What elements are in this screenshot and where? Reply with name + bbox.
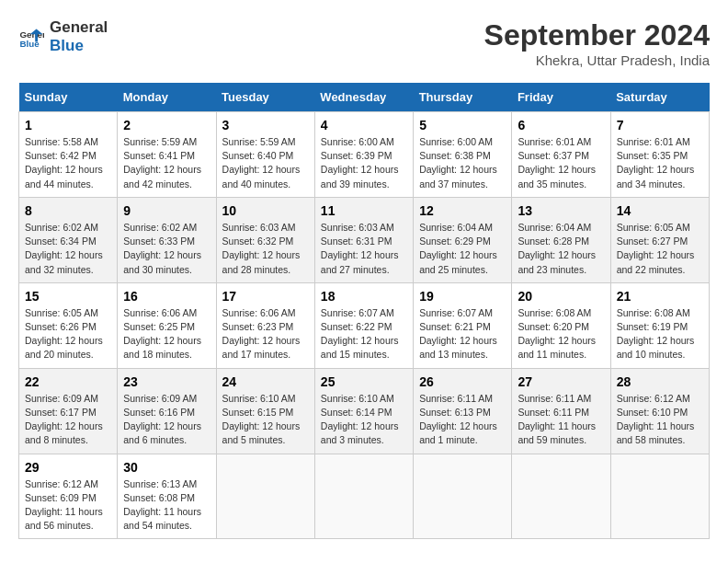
calendar-cell: 17Sunrise: 6:06 AMSunset: 6:23 PMDayligh… xyxy=(216,282,314,368)
col-header-friday: Friday xyxy=(512,83,610,112)
day-number: 7 xyxy=(617,118,703,132)
logo-icon: General Blue xyxy=(18,24,44,50)
day-number: 20 xyxy=(518,289,604,304)
calendar-cell: 28Sunrise: 6:12 AMSunset: 6:10 PMDayligh… xyxy=(610,368,709,454)
calendar-cell: 3Sunrise: 5:59 AMSunset: 6:40 PMDaylight… xyxy=(216,112,314,198)
day-number: 17 xyxy=(222,289,309,304)
day-number: 16 xyxy=(123,289,210,304)
calendar-cell: 16Sunrise: 6:06 AMSunset: 6:25 PMDayligh… xyxy=(118,282,216,368)
calendar-cell: 24Sunrise: 6:10 AMSunset: 6:15 PMDayligh… xyxy=(216,368,314,454)
day-number: 15 xyxy=(25,289,111,304)
calendar-cell: 10Sunrise: 6:03 AMSunset: 6:32 PMDayligh… xyxy=(216,197,314,282)
day-number: 14 xyxy=(617,203,703,218)
calendar-cell: 6Sunrise: 6:01 AMSunset: 6:37 PMDaylight… xyxy=(512,112,610,198)
calendar-cell: 19Sunrise: 6:07 AMSunset: 6:21 PMDayligh… xyxy=(414,282,512,368)
day-info: Sunrise: 6:10 AMSunset: 6:14 PMDaylight:… xyxy=(321,392,407,448)
day-info: Sunrise: 6:03 AMSunset: 6:31 PMDaylight:… xyxy=(321,221,407,277)
day-number: 28 xyxy=(617,374,703,389)
day-info: Sunrise: 6:12 AMSunset: 6:10 PMDaylight:… xyxy=(617,392,703,448)
calendar-table: SundayMondayTuesdayWednesdayThursdayFrid… xyxy=(18,83,710,539)
calendar-cell: 20Sunrise: 6:08 AMSunset: 6:20 PMDayligh… xyxy=(512,282,610,368)
day-number: 10 xyxy=(222,203,309,218)
day-info: Sunrise: 6:10 AMSunset: 6:15 PMDaylight:… xyxy=(222,392,309,448)
calendar-cell: 23Sunrise: 6:09 AMSunset: 6:16 PMDayligh… xyxy=(118,368,216,454)
calendar-cell: 8Sunrise: 6:02 AMSunset: 6:34 PMDaylight… xyxy=(19,197,118,282)
day-info: Sunrise: 6:02 AMSunset: 6:34 PMDaylight:… xyxy=(25,221,111,277)
logo-blue: Blue xyxy=(50,37,108,55)
calendar-cell: 12Sunrise: 6:04 AMSunset: 6:29 PMDayligh… xyxy=(414,197,512,282)
calendar-cell: 26Sunrise: 6:11 AMSunset: 6:13 PMDayligh… xyxy=(414,368,512,454)
location-label: Khekra, Uttar Pradesh, India xyxy=(484,52,710,68)
calendar-cell: 11Sunrise: 6:03 AMSunset: 6:31 PMDayligh… xyxy=(314,197,413,282)
day-info: Sunrise: 6:00 AMSunset: 6:38 PMDaylight:… xyxy=(419,135,506,191)
day-number: 27 xyxy=(518,374,604,389)
day-number: 26 xyxy=(419,374,506,389)
day-info: Sunrise: 6:09 AMSunset: 6:16 PMDaylight:… xyxy=(123,392,210,448)
day-number: 2 xyxy=(123,118,210,132)
calendar-cell xyxy=(314,454,413,539)
day-info: Sunrise: 6:06 AMSunset: 6:25 PMDaylight:… xyxy=(123,306,210,362)
day-number: 23 xyxy=(123,374,210,389)
page-header: General Blue General Blue September 2024… xyxy=(18,18,710,68)
calendar-cell: 21Sunrise: 6:08 AMSunset: 6:19 PMDayligh… xyxy=(610,282,709,368)
day-number: 19 xyxy=(419,289,506,304)
col-header-wednesday: Wednesday xyxy=(314,83,413,112)
calendar-cell xyxy=(414,454,512,539)
calendar-cell: 9Sunrise: 6:02 AMSunset: 6:33 PMDaylight… xyxy=(118,197,216,282)
day-info: Sunrise: 6:07 AMSunset: 6:21 PMDaylight:… xyxy=(419,306,506,362)
calendar-cell: 18Sunrise: 6:07 AMSunset: 6:22 PMDayligh… xyxy=(314,282,413,368)
day-number: 30 xyxy=(123,460,210,475)
day-number: 5 xyxy=(419,118,506,132)
logo-general: General xyxy=(50,18,108,37)
day-info: Sunrise: 6:09 AMSunset: 6:17 PMDaylight:… xyxy=(25,392,111,448)
day-number: 1 xyxy=(25,118,111,132)
day-info: Sunrise: 6:01 AMSunset: 6:35 PMDaylight:… xyxy=(617,135,703,191)
calendar-cell xyxy=(610,454,709,539)
day-info: Sunrise: 6:03 AMSunset: 6:32 PMDaylight:… xyxy=(222,221,309,277)
day-number: 25 xyxy=(321,374,407,389)
day-info: Sunrise: 6:08 AMSunset: 6:20 PMDaylight:… xyxy=(518,306,604,362)
day-info: Sunrise: 6:04 AMSunset: 6:28 PMDaylight:… xyxy=(518,221,604,277)
calendar-cell: 5Sunrise: 6:00 AMSunset: 6:38 PMDaylight… xyxy=(414,112,512,198)
calendar-cell xyxy=(512,454,610,539)
calendar-cell: 7Sunrise: 6:01 AMSunset: 6:35 PMDaylight… xyxy=(610,112,709,198)
col-header-monday: Monday xyxy=(118,83,216,112)
day-info: Sunrise: 6:05 AMSunset: 6:26 PMDaylight:… xyxy=(25,306,111,362)
day-number: 8 xyxy=(25,203,111,218)
logo: General Blue General Blue xyxy=(18,18,108,56)
day-number: 9 xyxy=(123,203,210,218)
day-info: Sunrise: 5:59 AMSunset: 6:41 PMDaylight:… xyxy=(123,135,210,191)
month-year-title: September 2024 xyxy=(484,18,710,52)
day-info: Sunrise: 6:11 AMSunset: 6:13 PMDaylight:… xyxy=(419,392,506,448)
day-info: Sunrise: 6:11 AMSunset: 6:11 PMDaylight:… xyxy=(518,392,604,448)
day-info: Sunrise: 6:02 AMSunset: 6:33 PMDaylight:… xyxy=(123,221,210,277)
calendar-cell xyxy=(216,454,314,539)
calendar-cell: 29Sunrise: 6:12 AMSunset: 6:09 PMDayligh… xyxy=(19,454,118,539)
calendar-cell: 2Sunrise: 5:59 AMSunset: 6:41 PMDaylight… xyxy=(118,112,216,198)
day-info: Sunrise: 6:05 AMSunset: 6:27 PMDaylight:… xyxy=(617,221,703,277)
day-number: 18 xyxy=(321,289,407,304)
col-header-thursday: Thursday xyxy=(414,83,512,112)
day-number: 21 xyxy=(617,289,703,304)
col-header-tuesday: Tuesday xyxy=(216,83,314,112)
day-info: Sunrise: 6:04 AMSunset: 6:29 PMDaylight:… xyxy=(419,221,506,277)
calendar-cell: 4Sunrise: 6:00 AMSunset: 6:39 PMDaylight… xyxy=(314,112,413,198)
calendar-cell: 27Sunrise: 6:11 AMSunset: 6:11 PMDayligh… xyxy=(512,368,610,454)
day-number: 12 xyxy=(419,203,506,218)
calendar-cell: 30Sunrise: 6:13 AMSunset: 6:08 PMDayligh… xyxy=(118,454,216,539)
day-number: 6 xyxy=(518,118,604,132)
day-number: 3 xyxy=(222,118,309,132)
day-info: Sunrise: 6:07 AMSunset: 6:22 PMDaylight:… xyxy=(321,306,407,362)
calendar-cell: 14Sunrise: 6:05 AMSunset: 6:27 PMDayligh… xyxy=(610,197,709,282)
calendar-cell: 13Sunrise: 6:04 AMSunset: 6:28 PMDayligh… xyxy=(512,197,610,282)
day-number: 13 xyxy=(518,203,604,218)
day-info: Sunrise: 6:00 AMSunset: 6:39 PMDaylight:… xyxy=(321,135,407,191)
day-number: 29 xyxy=(25,460,111,475)
calendar-cell: 15Sunrise: 6:05 AMSunset: 6:26 PMDayligh… xyxy=(19,282,118,368)
day-info: Sunrise: 5:59 AMSunset: 6:40 PMDaylight:… xyxy=(222,135,309,191)
day-number: 24 xyxy=(222,374,309,389)
col-header-sunday: Sunday xyxy=(19,83,118,112)
col-header-saturday: Saturday xyxy=(610,83,709,112)
calendar-cell: 1Sunrise: 5:58 AMSunset: 6:42 PMDaylight… xyxy=(19,112,118,198)
day-info: Sunrise: 5:58 AMSunset: 6:42 PMDaylight:… xyxy=(25,135,111,191)
